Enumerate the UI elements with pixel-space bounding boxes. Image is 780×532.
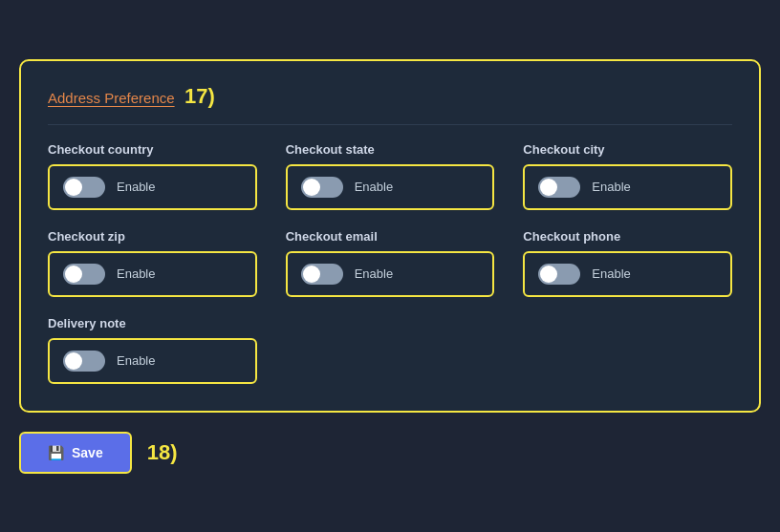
field-label-checkout-city: Checkout city [523,142,732,157]
save-button-label: Save [72,445,103,460]
card-title: Address Preference [48,90,175,106]
toggle-label-checkout-state: Enable [355,180,393,194]
toggle-switch-checkout-city[interactable] [538,177,580,198]
toggle-switch-checkout-country[interactable] [63,177,105,198]
save-row: 💾 Save 18) [19,432,761,474]
toggle-label-checkout-city: Enable [592,180,630,194]
field-label-checkout-phone: Checkout phone [523,229,732,244]
save-icon: 💾 [48,445,64,460]
field-group-checkout-email: Checkout email Enable [286,229,495,297]
card-header: Address Preference 17) [48,84,732,125]
save-button[interactable]: 💾 Save [19,432,132,474]
toggle-switch-checkout-zip[interactable] [63,264,105,285]
field-group-checkout-state: Checkout state Enable [286,142,495,210]
toggle-switch-checkout-email[interactable] [301,264,343,285]
toggle-delivery-note[interactable]: Enable [48,338,257,384]
toggle-checkout-zip[interactable]: Enable [48,251,257,297]
toggle-label-checkout-zip: Enable [117,266,155,281]
field-group-checkout-city: Checkout city Enable [523,142,732,210]
field-label-checkout-zip: Checkout zip [48,229,257,244]
field-group-checkout-country: Checkout country Enable [48,142,257,210]
toggle-checkout-country[interactable]: Enable [48,164,257,210]
save-step-label: 18) [147,440,178,465]
toggle-checkout-phone[interactable]: Enable [523,251,732,297]
toggle-switch-checkout-state[interactable] [301,177,343,198]
field-group-checkout-phone: Checkout phone Enable [523,229,732,297]
toggle-label-checkout-email: Enable [355,266,393,281]
card-step: 17) [184,84,215,108]
field-group-delivery-note: Delivery note Enable [48,316,257,384]
field-label-delivery-note: Delivery note [48,316,257,330]
toggle-label-checkout-phone: Enable [592,266,630,281]
toggle-switch-delivery-note[interactable] [63,351,105,372]
toggle-label-checkout-country: Enable [117,180,155,194]
field-label-checkout-state: Checkout state [286,142,495,157]
toggle-label-delivery-note: Enable [117,353,155,368]
toggle-checkout-city[interactable]: Enable [523,164,732,210]
toggle-switch-checkout-phone[interactable] [538,264,580,285]
toggle-checkout-email[interactable]: Enable [286,251,495,297]
field-group-checkout-zip: Checkout zip Enable [48,229,257,297]
fields-grid: Checkout country Enable Checkout state E… [48,142,732,384]
field-label-checkout-country: Checkout country [48,142,257,157]
toggle-checkout-state[interactable]: Enable [286,164,495,210]
page-wrapper: Address Preference 17) Checkout country … [19,59,761,474]
field-label-checkout-email: Checkout email [286,229,495,244]
address-preference-card: Address Preference 17) Checkout country … [19,59,761,413]
